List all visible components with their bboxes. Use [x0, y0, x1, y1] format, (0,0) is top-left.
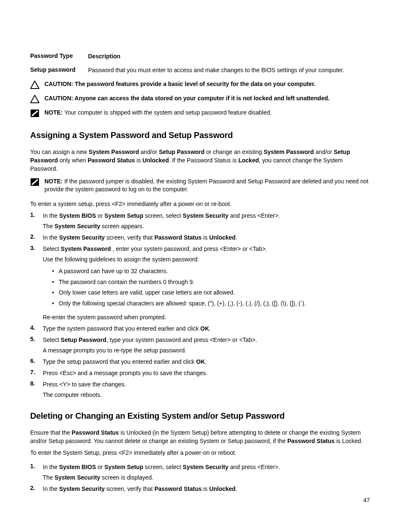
item-body: Select Setup Password, type your system …: [43, 336, 370, 355]
bold-text: System Security: [55, 474, 100, 481]
note-text: NOTE: If the password jumper is disabled…: [44, 177, 370, 194]
bold-text: Unlocked: [143, 157, 169, 164]
bold-text: System Security: [59, 234, 105, 241]
caution-icon: [30, 80, 44, 90]
caution-icon: [30, 94, 44, 104]
bold-text: Password Status: [88, 157, 135, 164]
table-header-row: Password Type Description: [30, 52, 370, 60]
bold-text: Password Status: [287, 438, 335, 444]
item-number: 8.: [30, 380, 43, 399]
item-number: 2.: [30, 233, 43, 242]
item-body: Press <Esc> and a message prompts you to…: [43, 369, 370, 378]
text: Press <Y> to save the changes.: [43, 381, 126, 388]
text: or: [96, 464, 104, 470]
text: screen is displayed.: [100, 474, 153, 481]
table-cell-type: Setup password: [30, 66, 88, 74]
text: and/or: [139, 149, 158, 155]
list-item: 6. Type the setup password that you ente…: [30, 357, 370, 366]
caution-label: CAUTION:: [44, 81, 75, 87]
text: The: [43, 474, 55, 481]
item-number: 3.: [30, 245, 43, 321]
text: Type the system password that you entere…: [43, 325, 200, 332]
item-number: 2.: [30, 485, 43, 493]
sub-instruction: The computer reboots.: [43, 391, 370, 399]
bold-text: System Setup: [104, 212, 143, 219]
bold-text: System Security: [55, 223, 100, 229]
list-item: 2. In the System Security screen, verify…: [30, 485, 370, 493]
list-item: 8. Press <Y> to save the changes. The co…: [30, 380, 370, 399]
bold-text: Password Status: [72, 429, 119, 436]
text: , type your system password and press <E…: [106, 336, 257, 343]
sub-instruction: A message prompts you to re-type the set…: [43, 346, 370, 355]
text: is Locked.: [335, 438, 363, 444]
caution-label: CAUTION:: [44, 95, 75, 102]
note-body: Your computer is shipped with the system…: [64, 109, 271, 116]
instruction-text: To enter the System Setup, press <F2> im…: [30, 449, 370, 457]
item-number: 4.: [30, 324, 43, 333]
item-body: Type the system password that you entere…: [43, 324, 370, 333]
section-heading: Deleting or Changing an Existing System …: [30, 411, 370, 421]
text: .: [209, 325, 211, 332]
ordered-list: 1. In the System BIOS or System Setup sc…: [30, 463, 370, 493]
bold-text: Setup Password: [61, 336, 106, 343]
text: is: [202, 485, 209, 492]
text: Select: [43, 336, 61, 343]
bold-text: System Security: [183, 212, 229, 219]
text: screen appears.: [100, 223, 144, 229]
text: or: [96, 212, 104, 219]
text: is: [202, 234, 209, 241]
text: and press <Enter>.: [229, 212, 280, 219]
bold-text: System BIOS: [59, 212, 96, 219]
caution-text: CAUTION: Anyone can access the data stor…: [44, 94, 370, 103]
list-item: 1. In the System BIOS or System Setup sc…: [30, 463, 370, 482]
bold-text: System Password: [264, 149, 314, 155]
bullet-item: Only the following special characters ar…: [52, 300, 370, 308]
bold-text: System Password: [89, 149, 139, 155]
bold-text: System Password: [61, 245, 111, 252]
caution-text: CAUTION: The password features provide a…: [44, 80, 370, 89]
bold-text: Setup Password: [159, 149, 205, 155]
intro-paragraph: You can assign a new System Password and…: [30, 148, 370, 173]
note-icon: [30, 109, 44, 119]
bold-text: Locked: [238, 157, 259, 164]
text: .: [236, 234, 237, 241]
item-body: In the System Security screen, verify th…: [43, 485, 370, 493]
text: In the: [43, 485, 59, 492]
text: only when: [58, 157, 88, 164]
section-heading: Assigning a System Password and Setup Pa…: [30, 130, 370, 140]
bold-text: System BIOS: [59, 464, 96, 470]
bold-text: Password Status: [154, 485, 202, 492]
text: screen, select: [143, 464, 183, 470]
bold-text: OK: [196, 358, 205, 365]
note-text: NOTE: Your computer is shipped with the …: [44, 109, 370, 117]
text: In the: [43, 212, 59, 219]
list-item: 3. Select System Password , enter your s…: [30, 245, 370, 321]
bold-text: System Setup: [104, 464, 143, 470]
bullet-list: A password can have up to 32 characters.…: [43, 267, 370, 308]
bold-text: System Security: [59, 485, 105, 492]
item-body: In the System BIOS or System Setup scree…: [43, 463, 370, 482]
item-number: 1.: [30, 211, 43, 231]
text: and/or: [314, 149, 334, 155]
caution-body: The password features provide a basic le…: [75, 81, 315, 87]
note-label: NOTE:: [44, 178, 64, 185]
text: screen, verify that: [105, 485, 154, 492]
page: Password Type Description Setup password…: [0, 0, 400, 532]
sub-instruction: Use the following guidelines to assign t…: [43, 255, 370, 264]
bullet-item: The password can contain the numbers 0 t…: [52, 278, 370, 287]
item-body: Press <Y> to save the changes. The compu…: [43, 380, 370, 399]
text: You can assign a new: [30, 149, 89, 155]
bold-text: Unlocked: [209, 234, 236, 241]
paragraph: Ensure that the Password Status is Unloc…: [30, 428, 370, 446]
note-admonition: NOTE: Your computer is shipped with the …: [30, 109, 370, 119]
instruction-text: To enter a system setup, press <F2> imme…: [30, 200, 370, 208]
list-item: 7. Press <Esc> and a message prompts you…: [30, 369, 370, 378]
text: Select: [43, 245, 61, 252]
table-header-type: Password Type: [30, 52, 88, 60]
text: Ensure that the: [30, 429, 72, 436]
bullet-item: Only lower case letters are valid, upper…: [52, 289, 370, 297]
ordered-list: 1. In the System BIOS or System Setup sc…: [30, 211, 370, 399]
note-label: NOTE:: [44, 109, 64, 116]
item-body: In the System BIOS or System Setup scree…: [43, 211, 370, 231]
item-body: Select System Password , enter your syst…: [43, 245, 370, 321]
